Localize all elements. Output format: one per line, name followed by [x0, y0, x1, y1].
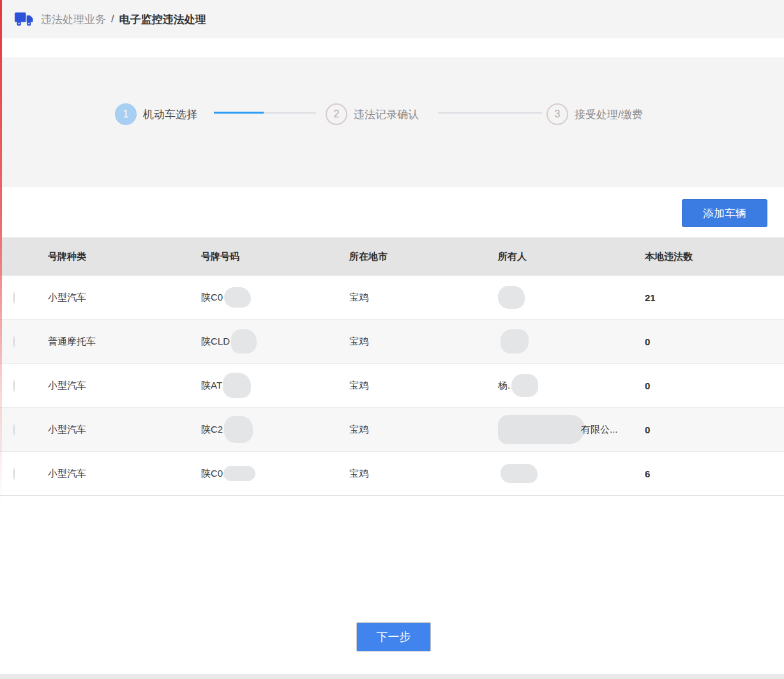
- owner-cell: 有限公...: [498, 415, 645, 444]
- redacted-plate-blur: [223, 373, 251, 398]
- violation-count: 6: [645, 468, 784, 479]
- city-cell: 宝鸡: [349, 380, 498, 392]
- plate-number-cell: 陕C0: [201, 287, 349, 308]
- vehicle-radio[interactable]: [13, 380, 15, 392]
- owner-cell: [498, 464, 645, 483]
- next-step-button[interactable]: 下一步: [356, 622, 431, 652]
- violation-count: 21: [645, 292, 784, 303]
- col-header-city: 所在地市: [349, 251, 498, 263]
- plate-type-cell: 普通摩托车: [48, 336, 201, 348]
- breadcrumb-current: 电子监控违法处理: [119, 12, 206, 27]
- table-row[interactable]: 小型汽车 陕C0 宝鸡 6: [0, 452, 784, 496]
- table-row[interactable]: 普通摩托车 陕CLD 宝鸡 0: [0, 320, 784, 364]
- table-row[interactable]: 小型汽车 陕C0 宝鸡 21: [0, 276, 784, 320]
- plate-number-text: 陕C0: [201, 292, 223, 304]
- redacted-owner-blur: [511, 374, 538, 397]
- table-row[interactable]: 小型汽车 陕AT 宝鸡 杨. 0: [0, 364, 784, 408]
- col-header-plate-type: 号牌种类: [48, 251, 201, 263]
- plate-type-cell: 小型汽车: [48, 292, 201, 304]
- owner-cell: 杨.: [498, 374, 645, 397]
- redacted-owner-blur: [501, 329, 529, 354]
- step-3-label: 接受处理/缴费: [575, 107, 643, 122]
- owner-text-suffix: 有限公...: [581, 424, 618, 436]
- redacted-owner-blur: [498, 286, 525, 309]
- step-3-payment: 3 接受处理/缴费: [547, 103, 643, 125]
- left-red-accent-line: [0, 0, 2, 504]
- redacted-owner-blur: [501, 464, 538, 483]
- plate-number-text: 陕C0: [201, 468, 223, 480]
- plate-type-cell: 小型汽车: [48, 380, 201, 392]
- violation-count: 0: [645, 380, 784, 391]
- owner-cell: [498, 286, 645, 309]
- bottom-edge-strip: [0, 674, 784, 679]
- owner-text: 杨.: [498, 380, 510, 392]
- spacer: [0, 38, 784, 57]
- plate-number-cell: 陕C2: [201, 416, 349, 443]
- vehicle-radio[interactable]: [13, 468, 15, 480]
- violation-count: 0: [645, 424, 784, 435]
- plate-number-text: 陕AT: [201, 380, 222, 392]
- footer-area: 下一步: [0, 496, 784, 674]
- vehicle-table: 号牌种类 号牌号码 所在地市 所有人 本地违法数 小型汽车 陕C0 宝鸡 21 …: [0, 237, 784, 496]
- city-cell: 宝鸡: [349, 424, 498, 436]
- progress-line-1: [264, 112, 316, 114]
- col-header-plate-number: 号牌号码: [201, 251, 349, 263]
- step-3-circle: 3: [547, 103, 568, 125]
- breadcrumb-section[interactable]: 违法处理业务: [41, 12, 106, 27]
- truck-icon: [14, 11, 34, 27]
- plate-number-cell: 陕CLD: [201, 329, 349, 354]
- plate-number-text: 陕CLD: [201, 336, 230, 348]
- breadcrumb-separator: /: [111, 13, 114, 26]
- city-cell: 宝鸡: [349, 468, 498, 480]
- city-cell: 宝鸡: [349, 292, 498, 304]
- vehicle-radio[interactable]: [13, 424, 15, 436]
- table-toolbar: 添加车辆: [0, 187, 784, 237]
- city-cell: 宝鸡: [349, 336, 498, 348]
- redacted-plate-blur: [223, 466, 255, 481]
- add-vehicle-button[interactable]: 添加车辆: [682, 199, 767, 227]
- col-header-owner: 所有人: [498, 251, 645, 263]
- violation-count: 0: [645, 336, 784, 347]
- owner-cell: [498, 329, 645, 354]
- table-header-row: 号牌种类 号牌号码 所在地市 所有人 本地违法数: [0, 237, 784, 276]
- plate-number-text: 陕C2: [201, 424, 223, 436]
- step-2-violation-confirmation: 2 违法记录确认: [326, 103, 419, 125]
- redacted-owner-blur: [498, 415, 585, 444]
- redacted-plate-blur: [231, 329, 257, 354]
- plate-number-cell: 陕AT: [201, 373, 349, 398]
- vehicle-radio[interactable]: [13, 336, 15, 348]
- step-1-vehicle-selection: 1 机动车选择: [115, 103, 197, 125]
- redacted-plate-blur: [224, 416, 253, 443]
- col-header-local-violations: 本地违法数: [645, 251, 784, 263]
- step-2-circle: 2: [326, 103, 347, 125]
- step-wizard: 1 机动车选择 2 违法记录确认 3 接受处理/缴费: [0, 57, 784, 187]
- page: 违法处理业务 / 电子监控违法处理 1 机动车选择 2 违法记录确认 3 接受处…: [0, 0, 784, 679]
- step-1-label: 机动车选择: [143, 107, 197, 122]
- vehicle-radio[interactable]: [13, 292, 15, 304]
- progress-line-active: [214, 112, 264, 114]
- plate-number-cell: 陕C0: [201, 466, 349, 481]
- breadcrumb-bar: 违法处理业务 / 电子监控违法处理: [0, 0, 784, 38]
- step-2-label: 违法记录确认: [354, 107, 419, 122]
- progress-line-2: [438, 112, 542, 114]
- step-1-circle: 1: [115, 103, 137, 125]
- redacted-plate-blur: [224, 287, 251, 308]
- table-row[interactable]: 小型汽车 陕C2 宝鸡 有限公... 0: [0, 408, 784, 452]
- plate-type-cell: 小型汽车: [48, 468, 201, 480]
- plate-type-cell: 小型汽车: [48, 424, 201, 436]
